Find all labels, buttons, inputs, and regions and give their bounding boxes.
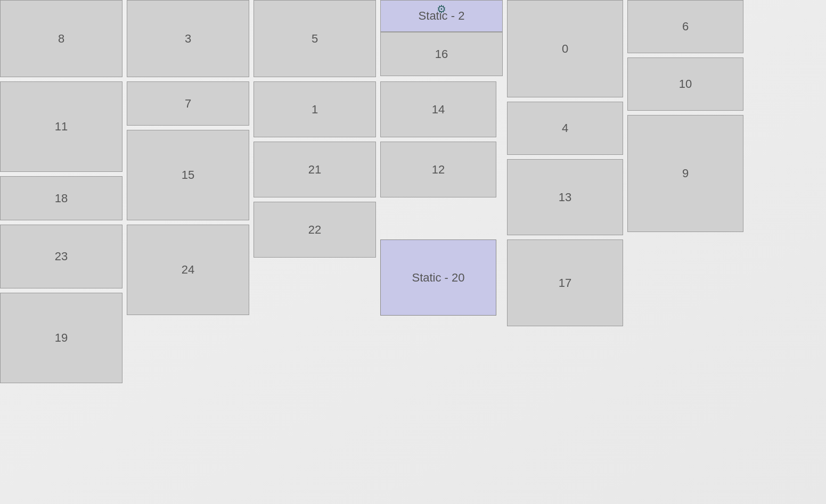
- grid-container: 83506117114104152112139182223241719⚙Stat…: [0, 0, 826, 504]
- tile-label-0: 0: [562, 42, 568, 56]
- tile-14[interactable]: 14: [380, 81, 496, 137]
- tile-21[interactable]: 21: [253, 142, 376, 197]
- tile-17[interactable]: 17: [507, 239, 623, 326]
- tile-label-14: 14: [432, 103, 445, 117]
- tile-1[interactable]: 1: [253, 81, 376, 137]
- tile-11[interactable]: 11: [0, 81, 122, 172]
- tile-15[interactable]: 15: [127, 130, 249, 220]
- tile-3[interactable]: 3: [127, 0, 249, 77]
- static-2-container[interactable]: ⚙Static - 216: [380, 0, 503, 76]
- tile-18[interactable]: 18: [0, 176, 122, 220]
- gear-icon: ⚙: [437, 3, 446, 15]
- tile-label-13: 13: [559, 191, 571, 204]
- tile-label-15: 15: [182, 168, 194, 182]
- tile-23[interactable]: 23: [0, 225, 122, 288]
- tile-4[interactable]: 4: [507, 102, 623, 155]
- static-2-bottom: 16: [380, 32, 503, 76]
- tile-label-8: 8: [58, 32, 64, 46]
- tile-label-19: 19: [55, 331, 68, 345]
- tile-9[interactable]: 9: [627, 115, 743, 232]
- tile-label-23: 23: [55, 250, 68, 263]
- tile-label-17: 17: [559, 276, 571, 290]
- tile-label-11: 11: [55, 120, 68, 134]
- tile-label-22: 22: [308, 223, 321, 237]
- tile-6[interactable]: 6: [627, 0, 743, 53]
- tile-label-6: 6: [682, 20, 689, 34]
- tile-0[interactable]: 0: [507, 0, 623, 97]
- tile-label-4: 4: [562, 121, 568, 135]
- tile-5[interactable]: 5: [253, 0, 376, 77]
- tile-19[interactable]: 19: [0, 293, 122, 383]
- static-20-label: Static - 20: [412, 271, 464, 285]
- tile-label-21: 21: [308, 163, 321, 177]
- tile-label-1: 1: [312, 103, 318, 117]
- tile-22[interactable]: 22: [253, 202, 376, 258]
- tile-label-9: 9: [682, 167, 689, 180]
- tile-12[interactable]: 12: [380, 142, 496, 197]
- tile-label-5: 5: [312, 32, 318, 46]
- tile-24[interactable]: 24: [127, 225, 249, 315]
- tile-label-10: 10: [679, 77, 692, 91]
- tile-label-18: 18: [55, 192, 68, 205]
- static-2-sublabel: 16: [435, 47, 448, 61]
- static-2-top: ⚙Static - 2: [380, 0, 503, 32]
- tile-label-7: 7: [185, 97, 191, 111]
- tile-8[interactable]: 8: [0, 0, 122, 77]
- tile-13[interactable]: 13: [507, 159, 623, 235]
- tile-7[interactable]: 7: [127, 81, 249, 126]
- tile-10[interactable]: 10: [627, 57, 743, 111]
- static-20-tile[interactable]: Static - 20: [380, 239, 496, 316]
- tile-label-12: 12: [432, 163, 445, 177]
- tile-label-3: 3: [185, 32, 191, 46]
- tile-label-24: 24: [182, 263, 194, 277]
